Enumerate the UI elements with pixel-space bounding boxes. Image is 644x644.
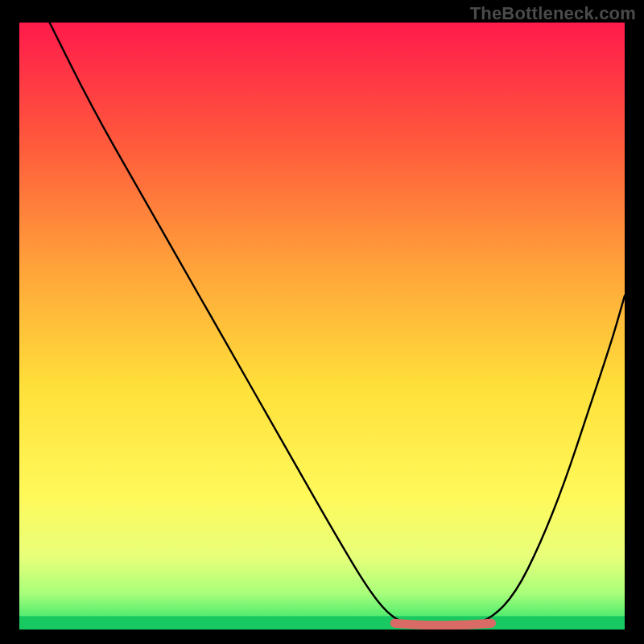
baseline-band — [19, 616, 625, 630]
chart-stage: TheBottleneck.com — [0, 0, 644, 644]
bottleneck-chart — [0, 0, 644, 644]
frame-bottom — [0, 630, 644, 644]
watermark-text: TheBottleneck.com — [470, 3, 636, 24]
frame-left — [0, 0, 19, 644]
frame-right — [625, 0, 644, 644]
optimal-range-marker — [394, 623, 491, 625]
plot-background — [19, 23, 625, 630]
